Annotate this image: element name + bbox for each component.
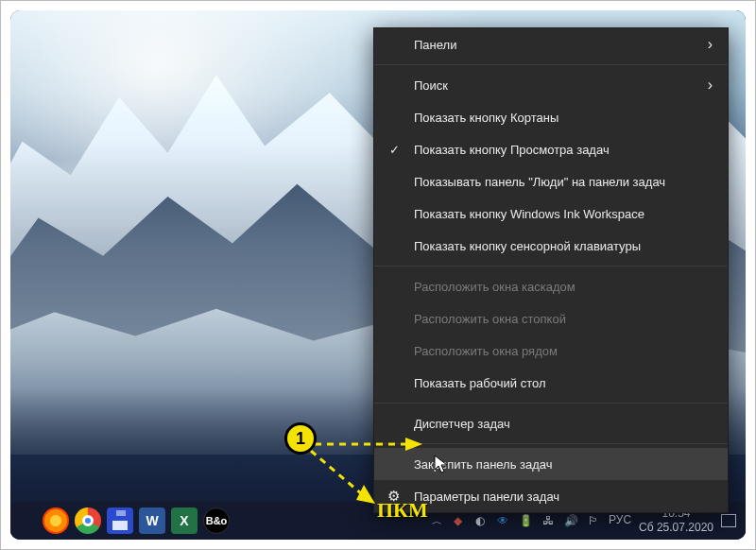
menu-toolbars[interactable]: Панели xyxy=(374,28,728,60)
screenshot-frame: Панели Поиск Показать кнопку Кортаны Пок… xyxy=(10,10,746,540)
svg-line-2 xyxy=(311,451,362,494)
taskbar-bo-icon[interactable]: B&o xyxy=(203,507,230,534)
menu-stack-label: Расположить окна стопкой xyxy=(414,312,566,326)
taskbar-save-icon[interactable] xyxy=(107,507,133,534)
menu-separator xyxy=(374,64,728,65)
tray-battery-icon[interactable]: 🔋 xyxy=(518,513,533,528)
annotation-number: 1 xyxy=(296,429,305,449)
taskbar-chrome-icon[interactable] xyxy=(75,507,101,534)
menu-sidebyside-label: Расположить окна рядом xyxy=(414,344,558,358)
tray-date: Сб 25.07.2020 xyxy=(639,522,713,534)
menu-cortana-label: Показать кнопку Кортаны xyxy=(414,111,558,125)
menu-lock-taskbar-label: Закрепить панель задач xyxy=(414,457,553,472)
menu-task-manager[interactable]: Диспетчер задач xyxy=(374,407,728,439)
annotation-arrow-to-taskbar xyxy=(305,445,381,511)
tray-overflow-chevron-icon[interactable]: ︿ xyxy=(432,514,442,528)
menu-stack: Расположить окна стопкой xyxy=(374,302,728,335)
menu-separator xyxy=(374,266,728,266)
menu-taskview-label: Показать кнопку Просмотра задач xyxy=(414,143,610,157)
menu-show-desktop-label: Показать рабочий стол xyxy=(414,376,545,390)
menu-people-label: Показывать панель "Люди" на панели задач xyxy=(414,175,665,189)
menu-touch-keyboard-label: Показать кнопку сенсорной клавиатуры xyxy=(414,239,641,253)
menu-show-desktop[interactable]: Показать рабочий стол xyxy=(374,367,728,399)
menu-task-manager-label: Диспетчер задач xyxy=(414,417,510,431)
taskbar-firefox-icon[interactable] xyxy=(43,507,69,534)
menu-search[interactable]: Поиск xyxy=(374,69,728,101)
menu-separator xyxy=(374,403,728,404)
menu-cortana[interactable]: Показать кнопку Кортаны xyxy=(374,101,728,133)
menu-taskview[interactable]: Показать кнопку Просмотра задач xyxy=(374,133,728,165)
tray-network-icon[interactable]: 🖧 xyxy=(541,513,556,528)
menu-cascade-label: Расположить окна каскадом xyxy=(414,280,576,294)
menu-sidebyside: Расположить окна рядом xyxy=(374,335,728,367)
annotation-badge-1: 1 xyxy=(284,422,317,455)
taskbar-excel-icon[interactable]: X xyxy=(171,507,198,534)
menu-people[interactable]: Показывать панель "Люди" на панели задач xyxy=(374,165,728,198)
menu-separator xyxy=(374,443,728,444)
tray-notifications-icon[interactable] xyxy=(721,513,736,528)
svg-marker-3 xyxy=(356,485,375,504)
tray-volume-icon[interactable]: 🔊 xyxy=(563,513,578,528)
menu-toolbars-label: Панели xyxy=(414,38,456,52)
menu-cascade: Расположить окна каскадом xyxy=(374,270,728,302)
menu-search-label: Поиск xyxy=(414,78,448,93)
menu-lock-taskbar[interactable]: Закрепить панель задач xyxy=(374,448,728,480)
taskbar-word-icon[interactable]: W xyxy=(139,507,165,534)
menu-ink[interactable]: Показать кнопку Windows Ink Workspace xyxy=(374,198,728,230)
menu-ink-label: Показать кнопку Windows Ink Workspace xyxy=(414,207,644,221)
tray-language[interactable]: РУС xyxy=(609,514,631,526)
annotation-label-pkm: ПКМ xyxy=(377,498,428,523)
tray-app-white-icon[interactable]: ◐ xyxy=(472,513,488,528)
taskbar-context-menu: Панели Поиск Показать кнопку Кортаны Пок… xyxy=(373,27,729,513)
tray-eye-icon[interactable]: 👁 xyxy=(495,513,510,528)
menu-touch-keyboard[interactable]: Показать кнопку сенсорной клавиатуры xyxy=(374,230,728,262)
taskbar-left: W X B&o xyxy=(10,507,230,534)
menu-taskbar-settings-label: Параметры панели задач xyxy=(414,490,559,504)
tray-app-red-icon[interactable]: ◆ xyxy=(450,513,465,528)
tray-flag-icon[interactable]: 🏳 xyxy=(586,513,601,528)
svg-marker-1 xyxy=(405,438,422,451)
